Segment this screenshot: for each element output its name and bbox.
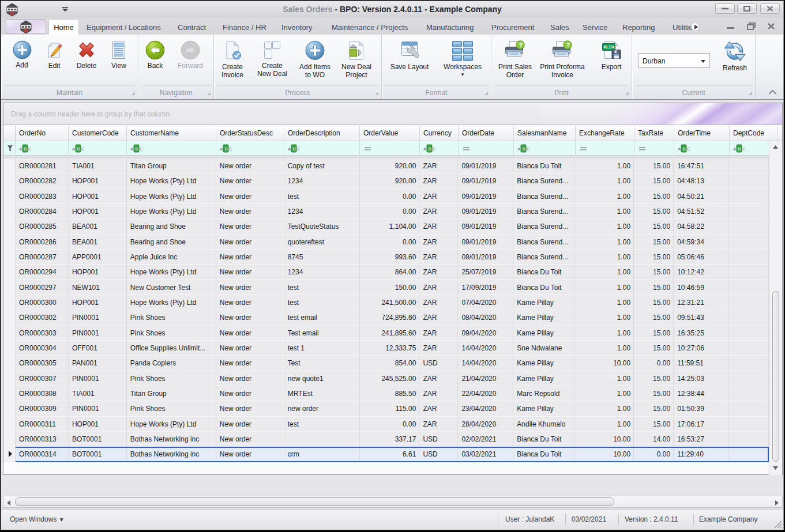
svg-text:A: A xyxy=(220,146,223,152)
svg-text:C: C xyxy=(140,146,142,152)
svg-text:?: ? xyxy=(566,41,570,48)
svg-text:B: B xyxy=(738,146,741,152)
svg-text:A: A xyxy=(72,146,76,152)
svg-text:A: A xyxy=(678,146,681,152)
svg-text:?: ? xyxy=(519,41,523,48)
svg-text:A: A xyxy=(19,146,22,152)
svg-text:XLSX: XLSX xyxy=(603,44,615,50)
svg-text:C: C xyxy=(687,146,690,152)
svg-text:B: B xyxy=(523,146,525,152)
svg-text:C: C xyxy=(81,146,84,152)
svg-text:C: C xyxy=(527,146,529,152)
svg-text:C: C xyxy=(229,146,232,152)
svg-text:A: A xyxy=(517,146,521,152)
svg-text:B: B xyxy=(77,146,80,152)
svg-text:C: C xyxy=(28,146,31,152)
svg-text:A: A xyxy=(733,146,737,152)
svg-text:B: B xyxy=(225,146,228,152)
svg-text:C: C xyxy=(297,146,300,152)
svg-text:A: A xyxy=(130,146,134,152)
svg-text:C: C xyxy=(742,146,745,152)
svg-text:A: A xyxy=(423,146,427,152)
svg-text:B: B xyxy=(683,146,686,152)
svg-text:B: B xyxy=(136,146,138,152)
svg-text:B: B xyxy=(24,146,27,152)
svg-text:A: A xyxy=(288,146,291,152)
svg-text:B: B xyxy=(429,146,431,152)
svg-text:B: B xyxy=(293,146,296,152)
svg-text:C: C xyxy=(433,146,435,152)
